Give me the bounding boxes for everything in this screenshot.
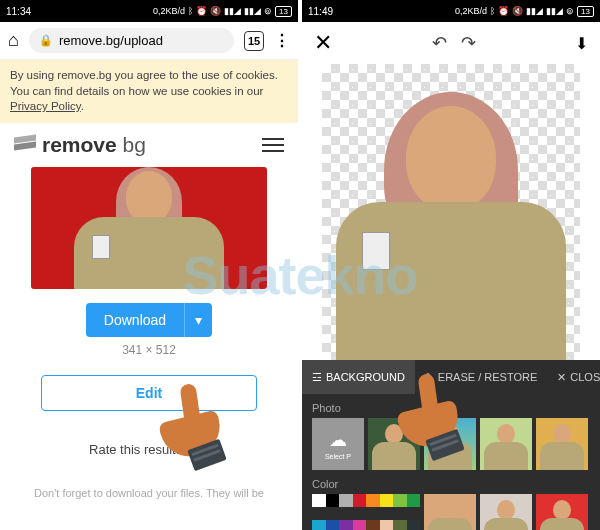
bg-photo-thumb[interactable]: [536, 418, 588, 470]
bg-color-thumb[interactable]: [424, 494, 476, 530]
home-icon[interactable]: ⌂: [8, 30, 19, 51]
alarm-icon: ⏰: [498, 6, 509, 16]
status-time: 11:49: [308, 6, 333, 17]
color-swatch[interactable]: [407, 494, 421, 507]
editor-canvas[interactable]: [322, 64, 580, 360]
browser-toolbar: ⌂ 🔒 remove.bg/upload 15 ⋮: [0, 22, 298, 60]
image-dimensions: 341 × 512: [30, 343, 268, 357]
left-phone-screen: 11:34 0,2KB/d ᛒ ⏰ 🔇 ▮▮◢ ▮▮◢ ⊚ 13 ⌂ 🔒 rem…: [0, 0, 298, 530]
battery-level: 13: [275, 6, 292, 17]
mute-icon: 🔇: [512, 6, 523, 16]
signal-icon: ▮▮◢: [526, 6, 543, 16]
color-swatch[interactable]: [407, 520, 421, 530]
color-swatch[interactable]: [380, 494, 394, 507]
bluetooth-icon: ᛒ: [490, 6, 495, 16]
color-swatch-grid: [312, 494, 420, 530]
url-text: remove.bg/upload: [59, 33, 163, 48]
color-swatch[interactable]: [312, 520, 326, 530]
subject-cutout: [336, 80, 566, 360]
color-section-label: Color: [312, 478, 590, 490]
rate-row: Rate this result:: [0, 441, 298, 461]
editor-toolbar: ✕ ↶ ↷ ⬇︎: [302, 22, 600, 64]
tab-close[interactable]: ✕ CLOSE: [547, 360, 600, 394]
color-swatch[interactable]: [366, 520, 380, 530]
rate-smile-icon[interactable]: [189, 441, 209, 461]
download-button[interactable]: Download ▾: [86, 303, 212, 337]
footer-note: Don't forget to download your files. The…: [0, 487, 298, 499]
wand-icon: ✎: [425, 371, 434, 384]
result-preview: [31, 167, 267, 289]
stack-icon: [14, 136, 36, 154]
signal-icon: ▮▮◢: [244, 6, 261, 16]
right-phone-screen: 11:49 0,2KB/d ᛒ ⏰ 🔇 ▮▮◢ ▮▮◢ ⊚ 13 ✕ ↶ ↷ ⬇…: [302, 0, 600, 530]
color-swatch[interactable]: [380, 520, 394, 530]
edit-button[interactable]: Edit: [41, 375, 257, 411]
color-swatch[interactable]: [339, 494, 353, 507]
color-swatch[interactable]: [366, 494, 380, 507]
color-swatch[interactable]: [393, 494, 407, 507]
status-bar: 11:49 0,2KB/d ᛒ ⏰ 🔇 ▮▮◢ ▮▮◢ ⊚ 13: [302, 0, 600, 22]
redo-icon[interactable]: ↷: [461, 32, 476, 54]
undo-icon[interactable]: ↶: [432, 32, 447, 54]
url-bar[interactable]: 🔒 remove.bg/upload: [29, 28, 234, 53]
download-icon[interactable]: ⬇︎: [575, 34, 588, 53]
signal-icon: ▮▮◢: [546, 6, 563, 16]
color-swatch[interactable]: [353, 520, 367, 530]
tab-count-button[interactable]: 15: [244, 31, 264, 51]
close-icon[interactable]: ✕: [314, 30, 332, 56]
lock-icon: 🔒: [39, 34, 53, 47]
color-swatch[interactable]: [393, 520, 407, 530]
signal-icon: ▮▮◢: [224, 6, 241, 16]
status-time: 11:34: [6, 6, 31, 17]
tab-background[interactable]: ☲ BACKGROUND: [302, 360, 415, 394]
cookie-banner: By using remove.bg you agree to the use …: [0, 60, 298, 123]
cloud-upload-icon: ☁: [329, 429, 347, 451]
overflow-menu-icon[interactable]: ⋮: [274, 31, 290, 50]
color-swatch[interactable]: [312, 494, 326, 507]
bluetooth-icon: ᛒ: [188, 6, 193, 16]
bg-photo-thumb[interactable]: [424, 418, 476, 470]
close-small-icon: ✕: [557, 371, 566, 384]
color-swatch[interactable]: [326, 520, 340, 530]
removebg-logo[interactable]: remove bg: [14, 133, 146, 157]
layers-icon: ☲: [312, 371, 322, 384]
site-header: remove bg: [0, 123, 298, 167]
tab-erase-restore[interactable]: ✎ ERASE / RESTORE: [415, 360, 547, 394]
color-swatch[interactable]: [326, 494, 340, 507]
bg-color-thumb[interactable]: [536, 494, 588, 530]
privacy-policy-link[interactable]: Privacy Policy: [10, 100, 81, 112]
battery-level: 13: [577, 6, 594, 17]
photo-section-label: Photo: [312, 402, 590, 414]
status-net: 0,2KB/d: [153, 6, 185, 16]
hamburger-menu-icon[interactable]: [262, 134, 284, 156]
status-net: 0,2KB/d: [455, 6, 487, 16]
background-panel: ☲ BACKGROUND ✎ ERASE / RESTORE ✕ CLOSE P…: [302, 360, 600, 530]
color-swatch[interactable]: [353, 494, 367, 507]
color-swatch[interactable]: [339, 520, 353, 530]
status-bar: 11:34 0,2KB/d ᛒ ⏰ 🔇 ▮▮◢ ▮▮◢ ⊚ 13: [0, 0, 298, 22]
bg-photo-thumb[interactable]: [368, 418, 420, 470]
upload-photo-button[interactable]: ☁ Select P: [312, 418, 364, 470]
mute-icon: 🔇: [210, 6, 221, 16]
bg-color-thumb[interactable]: [480, 494, 532, 530]
download-caret-icon[interactable]: ▾: [184, 303, 212, 337]
wifi-icon: ⊚: [264, 6, 272, 16]
wifi-icon: ⊚: [566, 6, 574, 16]
alarm-icon: ⏰: [196, 6, 207, 16]
bg-photo-thumb[interactable]: [480, 418, 532, 470]
